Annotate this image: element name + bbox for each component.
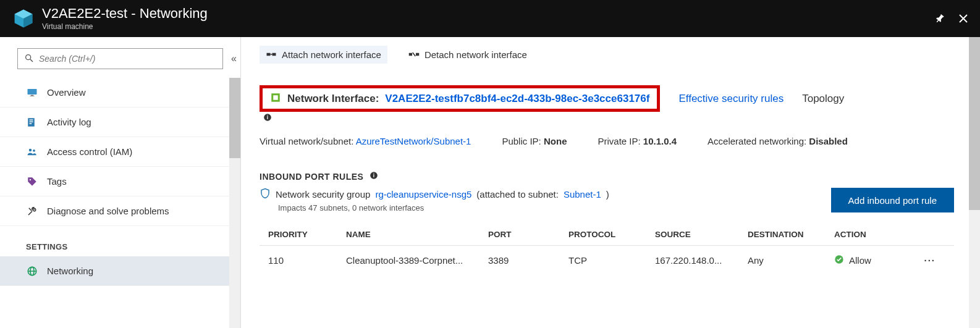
svg-point-14 [29, 148, 32, 151]
toolbar: Attach network interface Detach network … [257, 37, 980, 72]
svg-rect-23 [271, 54, 272, 55]
public-ip: Public IP: None [502, 136, 567, 146]
search-icon [24, 53, 34, 65]
svg-rect-24 [409, 53, 412, 56]
monitor-icon [26, 86, 38, 99]
svg-point-5 [26, 54, 31, 59]
svg-rect-25 [416, 53, 419, 56]
col-priority: PRIORITY [260, 230, 346, 239]
detach-nic-button[interactable]: Detach network interface [402, 46, 533, 64]
nsg-link[interactable]: rg-cleanupservice-nsg5 [375, 189, 471, 200]
svg-rect-11 [30, 119, 33, 120]
blade-header: V2AE2E2-test - Networking Virtual machin… [0, 0, 980, 37]
close-button[interactable] [954, 9, 973, 28]
sidebar-item-activity-log[interactable]: Activity log [0, 107, 240, 137]
vnet-subnet-link[interactable]: AzureTestNetwork/Subnet-1 [356, 136, 471, 146]
toolbar-label: Detach network interface [425, 49, 527, 60]
main-scrollbar[interactable] [969, 37, 980, 328]
rules-table: PRIORITY NAME PORT PROTOCOL SOURCE DESTI… [260, 224, 954, 275]
detach-icon [408, 50, 420, 59]
sidebar-item-label: Tags [47, 176, 67, 187]
private-ip: Private IP: 10.1.0.4 [598, 136, 677, 146]
sidebar-section-settings: SETTINGS [0, 226, 240, 256]
col-port: PORT [488, 230, 568, 239]
search-input[interactable] [39, 54, 216, 64]
svg-line-17 [29, 208, 32, 211]
toolbar-label: Attach network interface [282, 49, 381, 60]
svg-rect-28 [273, 95, 278, 100]
svg-text:i: i [373, 173, 375, 179]
pin-button[interactable] [931, 9, 949, 28]
col-source: SOURCE [655, 230, 748, 239]
svg-line-26 [413, 53, 416, 56]
people-icon [26, 146, 38, 158]
table-row[interactable]: 110 Cleanuptool-3389-Corpnet... 3389 TCP… [260, 245, 954, 275]
info-icon: i [263, 113, 954, 124]
attach-nic-button[interactable]: Attach network interface [260, 46, 387, 64]
col-protocol: PROTOCOL [568, 230, 655, 239]
col-action: ACTION [834, 230, 902, 239]
blade-subtitle: Virtual machine [42, 22, 208, 31]
allow-icon [834, 254, 844, 266]
attach-icon [266, 50, 277, 59]
vnet-subnet: Virtual network/subnet: AzureTestNetwork… [260, 136, 471, 146]
svg-point-15 [33, 149, 35, 151]
svg-text:i: i [267, 115, 268, 120]
nic-name-link[interactable]: V2AE2E2-testfb7c8bf4-ec2d-433b-98ec-3e3c… [385, 93, 649, 105]
svg-line-6 [30, 59, 33, 62]
svg-rect-12 [30, 121, 33, 122]
sidebar-item-diagnose[interactable]: Diagnose and solve problems [0, 196, 240, 226]
info-icon[interactable]: i [370, 171, 378, 182]
sidebar: « Overview Activity log Access control (… [0, 37, 241, 328]
svg-rect-21 [267, 53, 271, 56]
sidebar-item-iam[interactable]: Access control (IAM) [0, 137, 240, 167]
blade-title: V2AE2E2-test - Networking [42, 6, 208, 21]
effective-security-rules-link[interactable]: Effective security rules [678, 93, 784, 105]
main-panel: Attach network interface Detach network … [257, 37, 980, 328]
table-header: PRIORITY NAME PORT PROTOCOL SOURCE DESTI… [260, 224, 954, 245]
svg-rect-13 [30, 123, 32, 124]
activity-log-icon [26, 116, 38, 128]
network-interface-highlight: Network Interface: V2AE2E2-testfb7c8bf4-… [260, 85, 660, 112]
sidebar-item-label: Access control (IAM) [47, 146, 132, 157]
col-destination: DESTINATION [748, 230, 834, 239]
search-wrap [17, 48, 223, 69]
sidebar-item-label: Activity log [47, 117, 91, 127]
sidebar-item-label: Overview [47, 87, 86, 98]
collapse-sidebar-button[interactable]: « [231, 53, 237, 64]
svg-rect-7 [28, 89, 37, 95]
row-context-menu-button[interactable]: ··· [902, 255, 954, 266]
subnet-link[interactable]: Subnet-1 [564, 189, 601, 200]
tag-icon [26, 175, 38, 188]
nic-icon [270, 92, 281, 105]
accelerated-networking: Accelerated networking: Disabled [708, 136, 848, 146]
sidebar-item-tags[interactable]: Tags [0, 167, 240, 196]
sidebar-item-label: Networking [47, 266, 93, 276]
nsg-impacts: Impacts 47 subnets, 0 network interfaces [278, 203, 609, 212]
vm-icon [12, 7, 35, 30]
tools-icon [26, 205, 38, 217]
shield-icon [260, 188, 271, 201]
nic-label: Network Interface: [287, 93, 379, 105]
networking-icon [26, 265, 38, 277]
topology-link[interactable]: Topology [802, 93, 844, 105]
sidebar-scrollbar[interactable] [229, 78, 240, 328]
sidebar-item-overview[interactable]: Overview [0, 78, 240, 107]
col-name: NAME [346, 230, 488, 239]
svg-point-16 [30, 179, 31, 180]
add-inbound-rule-button[interactable]: Add inbound port rule [831, 188, 954, 212]
svg-rect-22 [272, 53, 276, 56]
svg-rect-9 [30, 96, 35, 96]
svg-rect-8 [31, 95, 34, 96]
inbound-rules-heading: INBOUND PORT RULES [260, 172, 363, 182]
sidebar-item-label: Diagnose and solve problems [47, 206, 169, 216]
sidebar-item-networking[interactable]: Networking [0, 256, 240, 286]
